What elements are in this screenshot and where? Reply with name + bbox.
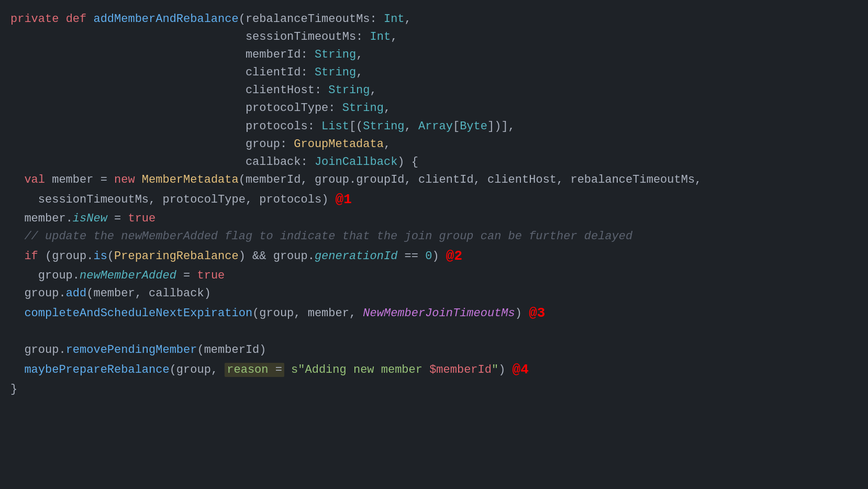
line-19: group.removePendingMember(memberId) (10, 341, 858, 359)
kw-def: def (66, 13, 87, 26)
annotation-1: @1 (336, 192, 352, 207)
code-editor: private def addMemberAndRebalance(rebala… (0, 5, 868, 404)
line-12: member.isNew = true (10, 210, 858, 228)
line-6: protocolType: String, (10, 99, 858, 117)
line-15: group.newMemberAdded = true (10, 267, 858, 285)
line-16: group.add(member, callback) (10, 285, 858, 303)
annotation-3: @3 (529, 305, 545, 321)
line-11: sessionTimeoutMs, protocolType, protocol… (10, 189, 858, 210)
fn-name: addMemberAndRebalance (93, 13, 238, 26)
line-21: } (10, 381, 858, 398)
line-13: // update the newMemberAdded flag to ind… (10, 228, 858, 246)
line-7: protocols: List[(String, Array[Byte])], (10, 118, 858, 136)
named-param-highlight: reason = (225, 363, 284, 377)
annotation-2: @2 (446, 248, 462, 264)
line-5: clientHost: String, (10, 82, 858, 99)
line-20: maybePrepareRebalance(group, reason = s"… (10, 359, 858, 380)
line-3: memberId: String, (10, 46, 858, 64)
kw-private: private (10, 13, 59, 26)
line-8: group: GroupMetadata, (10, 136, 858, 153)
line-2: sessionTimeoutMs: Int, (10, 28, 858, 46)
line-9: callback: JoinCallback) { (10, 153, 858, 171)
line-1: private def addMemberAndRebalance(rebala… (10, 10, 858, 28)
line-10: val member = new MemberMetadata(memberId… (10, 171, 858, 189)
blank-line (10, 324, 858, 341)
line-17: completeAndScheduleNextExpiration(group,… (10, 303, 858, 324)
annotation-4: @4 (513, 362, 529, 377)
line-14: if (group.is(PreparingRebalance) && grou… (10, 246, 858, 266)
line-4: clientId: String, (10, 64, 858, 82)
